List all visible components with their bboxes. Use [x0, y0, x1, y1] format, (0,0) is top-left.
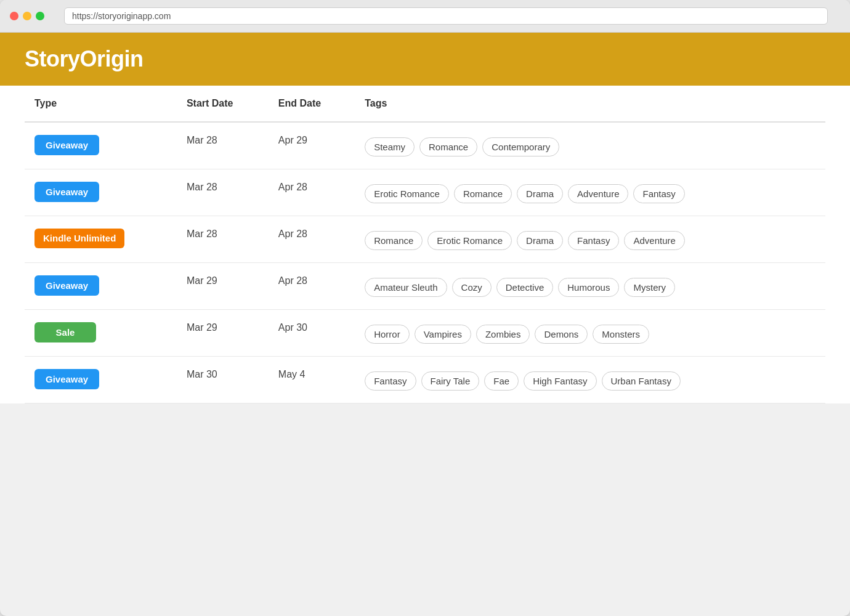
minimize-button-dot[interactable] [23, 12, 31, 20]
tag[interactable]: Fairy Tale [421, 371, 480, 391]
end-date-cell: May 4 [269, 357, 355, 403]
tag[interactable]: Adventure [624, 231, 684, 250]
tag[interactable]: Fantasy [633, 184, 684, 203]
column-header-end-date: End Date [269, 86, 355, 122]
table-row: GiveawayMar 28Apr 28Erotic RomanceRomanc… [25, 169, 825, 216]
tag[interactable]: Zombies [476, 325, 530, 344]
content-area: Type Start Date End Date Tags GiveawayMa… [0, 86, 850, 403]
tags-container: Amateur SleuthCozyDetectiveHumorousMyste… [365, 275, 816, 297]
end-date-cell: Apr 28 [269, 169, 355, 216]
tag[interactable]: Erotic Romance [427, 231, 512, 250]
tag[interactable]: Amateur Sleuth [365, 278, 447, 297]
type-cell: Sale [25, 310, 177, 357]
type-cell: Giveaway [25, 169, 177, 216]
tag[interactable]: Fantasy [365, 371, 416, 391]
browser-titlebar: https://storyoriginapp.com [0, 0, 850, 33]
tag[interactable]: Detective [496, 278, 554, 297]
tag[interactable]: Cozy [452, 278, 492, 297]
maximize-button-dot[interactable] [36, 12, 44, 20]
tags-cell: HorrorVampiresZombiesDemonsMonsters [355, 310, 825, 357]
tag[interactable]: Fantasy [568, 231, 619, 250]
start-date-cell: Mar 28 [177, 216, 269, 263]
type-badge[interactable]: Giveaway [34, 135, 99, 155]
url-bar[interactable]: https://storyoriginapp.com [64, 7, 828, 25]
tag[interactable]: Fae [484, 371, 519, 391]
end-date-cell: Apr 28 [269, 263, 355, 310]
type-cell: Giveaway [25, 263, 177, 310]
end-date-cell: Apr 29 [269, 122, 355, 169]
tags-container: SteamyRomanceContemporary [365, 135, 816, 156]
table-row: GiveawayMar 29Apr 28Amateur SleuthCozyDe… [25, 263, 825, 310]
start-date-cell: Mar 28 [177, 169, 269, 216]
table-row: Kindle UnlimitedMar 28Apr 28RomanceEroti… [25, 216, 825, 263]
tags-container: HorrorVampiresZombiesDemonsMonsters [365, 322, 816, 344]
tags-container: FantasyFairy TaleFaeHigh FantasyUrban Fa… [365, 369, 816, 391]
browser-dots [10, 12, 44, 20]
type-badge[interactable]: Sale [34, 322, 96, 342]
column-header-start-date: Start Date [177, 86, 269, 122]
type-cell: Giveaway [25, 122, 177, 169]
browser-window: https://storyoriginapp.com StoryOrigin T… [0, 0, 850, 616]
tag[interactable]: Adventure [568, 184, 628, 203]
table-row: GiveawayMar 28Apr 29SteamyRomanceContemp… [25, 122, 825, 169]
tags-container: Erotic RomanceRomanceDramaAdventureFanta… [365, 182, 816, 203]
tag[interactable]: Romance [419, 137, 477, 156]
tags-cell: FantasyFairy TaleFaeHigh FantasyUrban Fa… [355, 357, 825, 403]
tag[interactable]: Horror [365, 325, 410, 344]
tag[interactable]: Steamy [365, 137, 415, 156]
tag[interactable]: Mystery [624, 278, 675, 297]
start-date-cell: Mar 30 [177, 357, 269, 403]
start-date-cell: Mar 28 [177, 122, 269, 169]
tags-cell: Amateur SleuthCozyDetectiveHumorousMyste… [355, 263, 825, 310]
tag[interactable]: Vampires [415, 325, 471, 344]
tags-cell: Erotic RomanceRomanceDramaAdventureFanta… [355, 169, 825, 216]
table-row: SaleMar 29Apr 30HorrorVampiresZombiesDem… [25, 310, 825, 357]
tag[interactable]: Demons [535, 325, 588, 344]
tag[interactable]: Romance [454, 184, 512, 203]
tag[interactable]: Drama [517, 184, 563, 203]
type-cell: Giveaway [25, 357, 177, 403]
column-header-tags: Tags [355, 86, 825, 122]
tag[interactable]: Drama [517, 231, 563, 250]
tag[interactable]: Romance [365, 231, 423, 250]
start-date-cell: Mar 29 [177, 263, 269, 310]
type-badge[interactable]: Giveaway [34, 369, 99, 389]
type-badge[interactable]: Kindle Unlimited [34, 229, 124, 248]
app-title: StoryOrigin [25, 46, 825, 72]
table-header-row: Type Start Date End Date Tags [25, 86, 825, 122]
close-button-dot[interactable] [10, 12, 18, 20]
tag[interactable]: Urban Fantasy [602, 371, 681, 391]
tag[interactable]: Monsters [593, 325, 649, 344]
tags-container: RomanceErotic RomanceDramaFantasyAdventu… [365, 229, 816, 250]
tag[interactable]: Contemporary [482, 137, 559, 156]
tags-cell: RomanceErotic RomanceDramaFantasyAdventu… [355, 216, 825, 263]
tag[interactable]: Erotic Romance [365, 184, 449, 203]
app-header: StoryOrigin [0, 33, 850, 86]
type-badge[interactable]: Giveaway [34, 182, 99, 202]
tag[interactable]: Humorous [558, 278, 619, 297]
tag[interactable]: High Fantasy [524, 371, 596, 391]
end-date-cell: Apr 30 [269, 310, 355, 357]
start-date-cell: Mar 29 [177, 310, 269, 357]
end-date-cell: Apr 28 [269, 216, 355, 263]
main-table: Type Start Date End Date Tags GiveawayMa… [25, 86, 825, 403]
type-cell: Kindle Unlimited [25, 216, 177, 263]
tags-cell: SteamyRomanceContemporary [355, 122, 825, 169]
table-row: GiveawayMar 30May 4FantasyFairy TaleFaeH… [25, 357, 825, 403]
column-header-type: Type [25, 86, 177, 122]
type-badge[interactable]: Giveaway [34, 275, 99, 296]
